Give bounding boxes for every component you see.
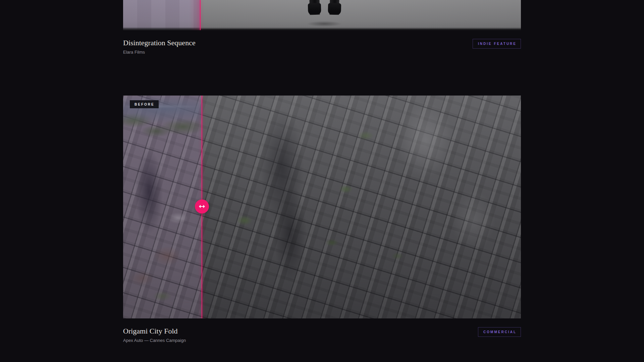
card-meta: Disintegration Sequence Elara Films INDI… xyxy=(123,39,521,55)
before-label: BEFORE xyxy=(130,100,159,108)
card-meta-text: Origami City Fold Apex Auto — Cannes Cam… xyxy=(123,327,186,343)
figure-left-boot xyxy=(308,3,321,15)
category-badge: INDIE FEATURE xyxy=(473,39,521,49)
before-after-slider[interactable]: BEFORE xyxy=(123,96,521,318)
slider-divider-line[interactable] xyxy=(200,0,201,30)
figure-right-boot xyxy=(328,3,341,15)
standing-figure xyxy=(310,0,339,25)
figure-right-leg xyxy=(329,0,339,15)
project-card-origami: BEFORE Origami City Fold Apex Auto — Can… xyxy=(123,96,521,343)
figure-left-leg xyxy=(309,0,320,15)
before-after-slider[interactable] xyxy=(123,0,521,30)
card-meta-text: Disintegration Sequence Elara Films xyxy=(123,39,196,55)
project-title: Origami City Fold xyxy=(123,327,186,335)
project-client: Apex Auto — Cannes Campaign xyxy=(123,338,186,343)
before-image-city xyxy=(123,96,202,318)
project-title: Disintegration Sequence xyxy=(123,39,196,47)
project-card-disintegration: Disintegration Sequence Elara Films INDI… xyxy=(123,0,521,55)
card-meta: Origami City Fold Apex Auto — Cannes Cam… xyxy=(123,327,521,343)
before-image-studio xyxy=(123,0,200,30)
slider-handle[interactable] xyxy=(195,199,209,214)
category-badge: COMMERCIAL xyxy=(478,327,521,337)
drag-horizontal-icon xyxy=(199,205,205,208)
project-client: Elara Films xyxy=(123,50,196,55)
portfolio-feed: Disintegration Sequence Elara Films INDI… xyxy=(123,0,521,343)
